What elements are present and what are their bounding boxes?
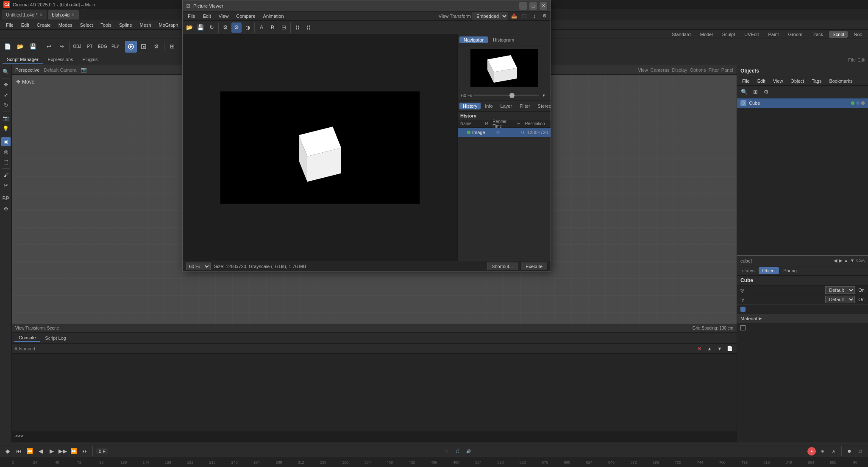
pv-tb-next[interactable]: ⟩⟩ <box>303 22 314 33</box>
ws-track[interactable]: Track <box>808 31 826 38</box>
pv-tb-b[interactable]: B <box>267 22 278 33</box>
pv-maximize-btn[interactable]: □ <box>529 2 537 10</box>
obj-menu-view[interactable]: View <box>770 78 787 84</box>
obj-menu-file[interactable]: File <box>739 78 753 84</box>
menu-select[interactable]: Select <box>77 22 97 28</box>
pv-menu-edit[interactable]: Edit <box>200 13 214 20</box>
pv-settings-icon[interactable]: ⚙ <box>540 12 549 20</box>
obj-tb-settings[interactable]: ⚙ <box>762 87 771 97</box>
ws-groom[interactable]: Groom <box>785 31 806 38</box>
tl-snap1[interactable]: ⬢ <box>845 447 854 456</box>
pv-minimize-btn[interactable]: − <box>519 2 527 10</box>
tl-next-frame[interactable]: ▶▶ <box>58 447 67 456</box>
pv-tb-refresh[interactable]: ↻ <box>206 22 217 33</box>
pv-zoom-thumb[interactable] <box>509 93 515 98</box>
lt-move[interactable]: ✥ <box>1 80 11 89</box>
console-paste[interactable]: ▼ <box>715 344 724 353</box>
pv-zoom-slider[interactable] <box>473 95 539 96</box>
lt-axis[interactable]: ⊕ <box>1 204 11 213</box>
script-tab-expressions[interactable]: Expressions <box>44 56 78 64</box>
tb-render-region[interactable] <box>138 41 150 53</box>
lt-camera[interactable]: 📷 <box>1 114 11 123</box>
lt-paint[interactable]: 🖌 <box>1 171 11 180</box>
tl-anim-mode2[interactable]: 🎵 <box>453 447 462 456</box>
tab-blah[interactable]: blah.c4d ✕ <box>48 10 79 20</box>
ws-uvedit[interactable]: UVEdit <box>741 31 762 38</box>
attr-tab-object[interactable]: Object <box>759 267 779 274</box>
lt-bp[interactable]: BP <box>1 194 11 203</box>
lt-rotate[interactable]: ↻ <box>1 101 11 110</box>
menu-modes[interactable]: Modes <box>55 22 76 28</box>
pv-vt-icon3[interactable]: ↕ <box>530 12 539 20</box>
pv-vt-icon2[interactable]: ⬚ <box>520 12 529 20</box>
obj-tb-filter[interactable]: ⊞ <box>751 87 760 97</box>
console-input[interactable]: >>> <box>12 431 737 442</box>
tl-play[interactable]: ▶ <box>47 447 56 456</box>
pv-tab-history[interactable]: History <box>459 103 481 109</box>
lt-rect-sel[interactable]: ⬚ <box>1 157 11 167</box>
viewport-panel-menu[interactable]: Panel <box>721 67 733 73</box>
tab-untitled-close[interactable]: ✕ <box>39 12 43 17</box>
menu-edit[interactable]: Edit <box>18 22 33 28</box>
tab-add-button[interactable]: + <box>80 11 88 19</box>
console-doc[interactable]: 📄 <box>726 344 734 353</box>
viewport-view-menu[interactable]: View <box>638 67 648 73</box>
lt-light[interactable]: 💡 <box>1 124 11 133</box>
tb-transform[interactable]: ⊞ <box>166 41 178 53</box>
pv-menu-compare[interactable]: Compare <box>233 13 259 20</box>
tl-prev-frame[interactable]: ◀ <box>36 447 45 456</box>
tl-anim-mode3[interactable]: 🔊 <box>465 447 473 456</box>
timeline-ruler[interactable]: 0 24 48 72 96 120 144 168 192 216 240 26… <box>0 457 868 467</box>
pv-tab-navigator[interactable]: Navigator <box>459 36 488 43</box>
tb-render-view[interactable] <box>125 41 137 53</box>
tb-open[interactable]: 📂 <box>14 41 26 53</box>
lt-search[interactable]: 🔍 <box>1 67 11 76</box>
pv-vt-icon1[interactable]: 📤 <box>510 12 518 20</box>
obj-tb-search[interactable]: 🔍 <box>740 87 749 97</box>
tb-pt-mode[interactable]: PT <box>84 41 96 53</box>
pv-tab-histogram[interactable]: Histogram <box>489 36 518 43</box>
tab-untitled[interactable]: Untitled 1.c4d * ✕ <box>2 10 47 20</box>
console-tab-scriptlog[interactable]: Script Log <box>41 335 70 341</box>
tl-snap2[interactable]: ⬡ <box>856 447 865 456</box>
pv-menu-animation[interactable]: Animation <box>260 13 287 20</box>
attr-tab-phong[interactable]: Phong <box>780 267 800 274</box>
console-clear[interactable]: ⊗ <box>695 344 704 353</box>
menu-file[interactable]: File <box>3 22 17 28</box>
attr-nav-up[interactable]: ▲ <box>844 258 849 263</box>
attr-nav-back[interactable]: ◀ <box>834 258 837 263</box>
ws-standard[interactable]: Standard <box>668 31 694 38</box>
tb-undo[interactable]: ↩ <box>43 41 55 53</box>
tb-poly-mode[interactable]: PLY <box>109 41 121 53</box>
pv-tb-a[interactable]: A <box>256 22 267 33</box>
pv-shortcut-btn[interactable]: Shortcut... <box>487 263 517 270</box>
tl-prev[interactable]: ⏪ <box>25 447 34 456</box>
pv-canvas-area[interactable] <box>183 34 457 261</box>
prop-select-default-0[interactable]: Default <box>825 286 855 294</box>
viewport-options-menu[interactable]: Options <box>690 67 706 73</box>
tl-first[interactable]: ⏮ <box>14 447 23 456</box>
tb-save[interactable]: 💾 <box>27 41 39 53</box>
menu-tools[interactable]: Tools <box>97 22 115 28</box>
tl-anim-mode1[interactable]: ⬚ <box>442 447 451 456</box>
menu-create[interactable]: Create <box>33 22 54 28</box>
ws-model[interactable]: Model <box>697 31 716 38</box>
tl-record[interactable]: ⊕ <box>818 447 827 456</box>
pv-tab-filter[interactable]: Filter <box>516 103 533 109</box>
obj-menu-bookmarks[interactable]: Bookmarks <box>826 78 856 84</box>
pv-tb-save[interactable]: 💾 <box>195 22 206 33</box>
attr-tab-states[interactable]: states <box>739 267 758 274</box>
prop-select-default-1[interactable]: Default <box>825 296 855 303</box>
pv-tb-splitview[interactable]: ⊟ <box>278 22 289 33</box>
pv-tb-settings1[interactable]: ⚙ <box>220 22 231 33</box>
pv-zoom-dropdown[interactable]: ▼ <box>540 92 547 99</box>
tl-last[interactable]: ⏭ <box>81 447 89 456</box>
tb-obj-mode[interactable]: OBJ <box>71 41 83 53</box>
tb-edge-mode[interactable]: EDG <box>97 41 108 53</box>
pv-menu-file[interactable]: File <box>184 13 199 20</box>
pv-tb-settings2[interactable]: ⚙ <box>231 22 242 33</box>
attr-nav-custom[interactable]: Cus <box>856 258 865 263</box>
ws-script[interactable]: Script <box>829 31 848 38</box>
attr-nav-down[interactable]: ▼ <box>850 258 855 263</box>
pv-tb-open[interactable]: 📂 <box>184 22 195 33</box>
